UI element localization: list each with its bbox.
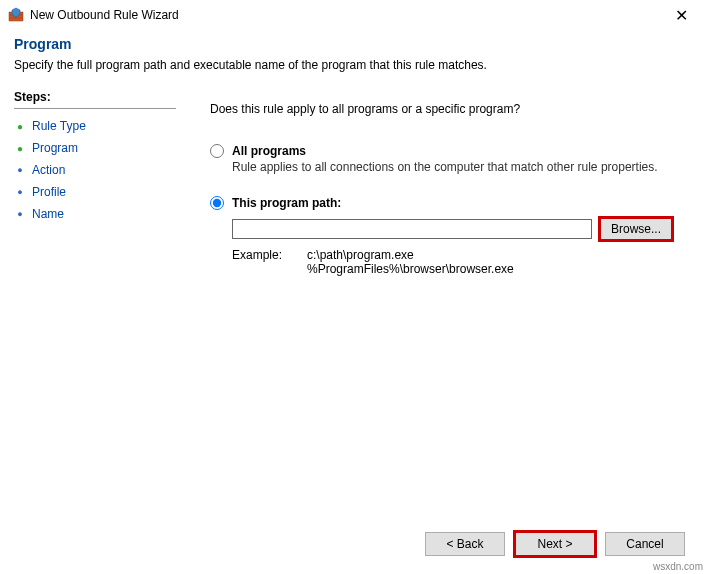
option-all-programs: All programs Rule applies to all connect… xyxy=(210,144,691,174)
example-text: c:\path\program.exe %ProgramFiles%\brows… xyxy=(307,248,514,276)
option-this-path: This program path: Browse... Example: c:… xyxy=(210,196,691,276)
example-label: Example: xyxy=(232,248,307,276)
this-path-label: This program path: xyxy=(232,196,341,210)
step-label: Rule Type xyxy=(32,119,86,133)
step-name[interactable]: ● Name xyxy=(14,203,176,225)
wizard-header: Program Specify the full program path an… xyxy=(0,30,709,82)
step-label: Name xyxy=(32,207,64,221)
step-current-icon: ● xyxy=(14,142,26,154)
back-button[interactable]: < Back xyxy=(425,532,505,556)
steps-heading: Steps: xyxy=(14,90,176,109)
wizard-footer: < Back Next > Cancel xyxy=(425,532,685,556)
page-title: Program xyxy=(14,36,695,52)
main-panel: Does this rule apply to all programs or … xyxy=(190,82,709,532)
titlebar: New Outbound Rule Wizard ✕ xyxy=(0,0,709,30)
all-programs-label: All programs xyxy=(232,144,306,158)
cancel-button[interactable]: Cancel xyxy=(605,532,685,556)
program-path-input[interactable] xyxy=(232,219,592,239)
step-done-icon: ● xyxy=(14,120,26,132)
radio-this-path[interactable] xyxy=(210,196,224,210)
step-label: Action xyxy=(32,163,65,177)
step-profile[interactable]: ● Profile xyxy=(14,181,176,203)
step-pending-icon: ● xyxy=(14,164,26,176)
step-pending-icon: ● xyxy=(14,208,26,220)
steps-sidebar: Steps: ● Rule Type ● Program ● Action ● … xyxy=(0,82,190,532)
step-label: Profile xyxy=(32,185,66,199)
step-action[interactable]: ● Action xyxy=(14,159,176,181)
firewall-icon xyxy=(8,7,24,23)
step-program[interactable]: ● Program xyxy=(14,137,176,159)
all-programs-desc: Rule applies to all connections on the c… xyxy=(232,160,691,174)
radio-all-programs[interactable] xyxy=(210,144,224,158)
step-pending-icon: ● xyxy=(14,186,26,198)
example-block: Example: c:\path\program.exe %ProgramFil… xyxy=(232,248,691,276)
close-button[interactable]: ✕ xyxy=(661,6,701,25)
question-text: Does this rule apply to all programs or … xyxy=(210,102,691,116)
next-button[interactable]: Next > xyxy=(515,532,595,556)
page-description: Specify the full program path and execut… xyxy=(14,58,695,72)
watermark: wsxdn.com xyxy=(653,561,703,572)
step-rule-type[interactable]: ● Rule Type xyxy=(14,115,176,137)
step-label: Program xyxy=(32,141,78,155)
window-title: New Outbound Rule Wizard xyxy=(30,8,179,22)
browse-button[interactable]: Browse... xyxy=(600,218,672,240)
